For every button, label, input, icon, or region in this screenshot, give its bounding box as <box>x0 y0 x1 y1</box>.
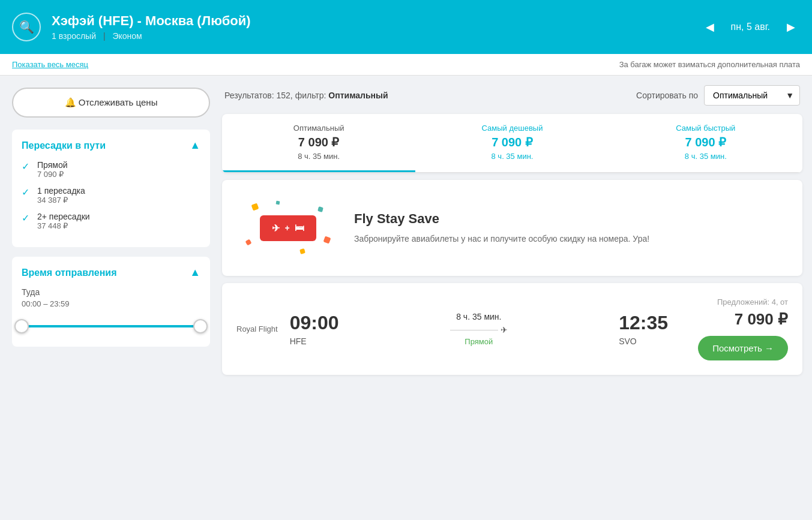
tab-fastest-price: 7 090 ₽ <box>616 135 795 149</box>
tab-fastest-label: Самый быстрый <box>616 124 795 133</box>
baggage-note: За багаж может взиматься дополнительная … <box>619 60 800 69</box>
tab-fastest-time: 8 ч. 35 мин. <box>616 152 795 161</box>
svg-rect-4 <box>276 201 280 205</box>
departure-time-filter: Время отправления ▲ Туда 00:00 – 23:59 <box>12 257 210 347</box>
header-title: Хэфэй (HFE) - Москва (Любой) 1 взрослый … <box>52 13 251 41</box>
promo-card: ✈ + 🛏 Fly Stay Save Забронируйте авиабил… <box>222 180 802 276</box>
arrival-time: 12:35 <box>619 312 668 334</box>
route-title: Хэфэй (HFE) - Москва (Любой) <box>52 13 251 29</box>
departure-filter-header: Время отправления ▲ <box>22 266 200 279</box>
departure-block: 09:00 HFE <box>290 312 339 346</box>
results-header: Результатов: 152, фильтр: Оптимальный Со… <box>222 85 802 106</box>
results-area: Результатов: 152, фильтр: Оптимальный Со… <box>222 76 812 392</box>
check-icon-1stop: ✓ <box>22 187 31 198</box>
plane-route-icon: ✈ <box>501 325 508 335</box>
promo-text: Fly Stay Save Забронируйте авиабилеты у … <box>354 211 649 245</box>
route-line: ✈ <box>348 325 609 335</box>
next-date-button[interactable]: ▶ <box>782 18 800 36</box>
tab-optimal[interactable]: Оптимальный 7 090 ₽ 8 ч. 35 мин. <box>222 114 415 172</box>
bed-icon: 🛏 <box>295 223 304 233</box>
header-left: 🔍 Хэфэй (HFE) - Москва (Любой) 1 взрослы… <box>12 13 251 41</box>
flight-middle: 8 ч. 35 мин. ✈ Прямой <box>348 312 609 346</box>
1stop-label: 1 пересадка <box>37 186 85 196</box>
filter-option-1stop[interactable]: ✓ 1 пересадка 34 387 ₽ <box>22 186 200 205</box>
check-icon-direct: ✓ <box>22 161 31 172</box>
arrival-airport: SVO <box>619 336 668 346</box>
transfers-collapse-icon[interactable]: ▲ <box>190 139 200 152</box>
filter-option-2plus[interactable]: ✓ 2+ пересадки 37 448 ₽ <box>22 212 200 230</box>
promo-icon-button: ✈ + 🛏 <box>260 215 316 241</box>
direct-label: Прямой <box>348 337 609 346</box>
track-prices-button[interactable]: 🔔 Отслеживать цены <box>12 88 210 118</box>
tabs-card: Оптимальный 7 090 ₽ 8 ч. 35 мин. Самый д… <box>222 114 802 173</box>
slider-thumb-right[interactable] <box>193 319 208 333</box>
svg-rect-3 <box>323 236 331 244</box>
svg-rect-2 <box>245 239 252 246</box>
tabs-row: Оптимальный 7 090 ₽ 8 ч. 35 мин. Самый д… <box>222 114 802 173</box>
view-button[interactable]: Посмотреть → <box>698 336 788 360</box>
tab-cheapest-label: Самый дешевый <box>423 124 601 133</box>
tab-cheapest-time: 8 ч. 35 мин. <box>423 152 601 161</box>
flight-price-area: Предложений: 4, от 7 090 ₽ Посмотреть → <box>680 297 788 360</box>
promo-title: Fly Stay Save <box>354 211 649 227</box>
slider-track <box>22 325 200 327</box>
svg-rect-5 <box>299 248 305 254</box>
flight-times: 09:00 HFE 8 ч. 35 мин. ✈ Прямой 12:35 SV… <box>290 312 668 346</box>
svg-rect-0 <box>251 203 259 211</box>
direction-label: Туда <box>22 287 200 297</box>
tab-fastest[interactable]: Самый быстрый 7 090 ₽ 8 ч. 35 мин. <box>609 114 802 172</box>
flight-duration: 8 ч. 35 мин. <box>348 312 609 321</box>
route-line-left <box>450 330 498 330</box>
1stop-price: 34 387 ₽ <box>37 196 85 205</box>
sidebar: 🔔 Отслеживать цены Пересадки в пути ▲ ✓ … <box>0 76 222 392</box>
tab-cheapest[interactable]: Самый дешевый 7 090 ₽ 8 ч. 35 мин. <box>415 114 609 172</box>
header: 🔍 Хэфэй (HFE) - Москва (Любой) 1 взрослы… <box>0 0 812 54</box>
prev-date-button[interactable]: ◀ <box>701 18 719 36</box>
transfers-title: Пересадки в пути <box>22 140 106 151</box>
sort-wrapper: Оптимальный ▼ <box>704 85 800 106</box>
time-slider[interactable] <box>22 315 200 337</box>
route-subtitle: 1 взрослый | Эконом <box>52 31 251 41</box>
promo-description: Забронируйте авиабилеты у нас и получите… <box>354 233 649 245</box>
offers-label: Предложений: 4, от <box>680 297 788 306</box>
tab-cheapest-price: 7 090 ₽ <box>423 135 601 149</box>
plus-icon: + <box>284 223 289 233</box>
main-layout: 🔔 Отслеживать цены Пересадки в пути ▲ ✓ … <box>0 76 812 392</box>
flight-card: Royal Flight 09:00 HFE 8 ч. 35 мин. ✈ Пр… <box>222 283 802 375</box>
transfers-filter: Пересадки в пути ▲ ✓ Прямой 7 090 ₽ ✓ 1 … <box>12 130 210 247</box>
departure-collapse-icon[interactable]: ▲ <box>190 266 200 279</box>
sort-section: Сортировать по Оптимальный ▼ <box>636 85 800 106</box>
show-month-link[interactable]: Показать весь месяц <box>12 60 88 69</box>
airline-name: Royal Flight <box>236 324 278 333</box>
sub-header: Показать весь месяц За багаж может взима… <box>0 54 812 76</box>
tab-optimal-label: Оптимальный <box>229 124 408 133</box>
date-nav: ◀ пн, 5 авг. ▶ <box>701 18 800 36</box>
current-date: пн, 5 авг. <box>731 22 770 32</box>
departure-title: Время отправления <box>22 267 117 278</box>
sort-label: Сортировать по <box>636 91 698 100</box>
direct-price: 7 090 ₽ <box>37 170 68 179</box>
arrival-block: 12:35 SVO <box>619 312 668 346</box>
promo-icon-area: ✈ + 🛏 <box>240 198 336 258</box>
check-icon-2plus: ✓ <box>22 212 31 224</box>
direct-label: Прямой <box>37 160 68 170</box>
plane-icon: ✈ <box>272 223 280 234</box>
filter-option-direct[interactable]: ✓ Прямой 7 090 ₽ <box>22 160 200 179</box>
departure-time: 09:00 <box>290 312 339 334</box>
svg-rect-1 <box>317 206 323 212</box>
filter-header: Пересадки в пути ▲ <box>22 139 200 152</box>
time-range: 00:00 – 23:59 <box>22 299 200 308</box>
sort-select[interactable]: Оптимальный <box>704 85 800 106</box>
2plus-label: 2+ пересадки <box>37 212 90 221</box>
slider-thumb-left[interactable] <box>14 319 29 333</box>
search-icon[interactable]: 🔍 <box>12 13 41 41</box>
2plus-price: 37 448 ₽ <box>37 221 90 230</box>
flight-price: 7 090 ₽ <box>680 310 788 329</box>
results-count: Результатов: 152, фильтр: Оптимальный <box>224 91 388 100</box>
tab-optimal-time: 8 ч. 35 мин. <box>229 152 408 161</box>
departure-airport: HFE <box>290 336 339 346</box>
tab-optimal-price: 7 090 ₽ <box>229 135 408 149</box>
